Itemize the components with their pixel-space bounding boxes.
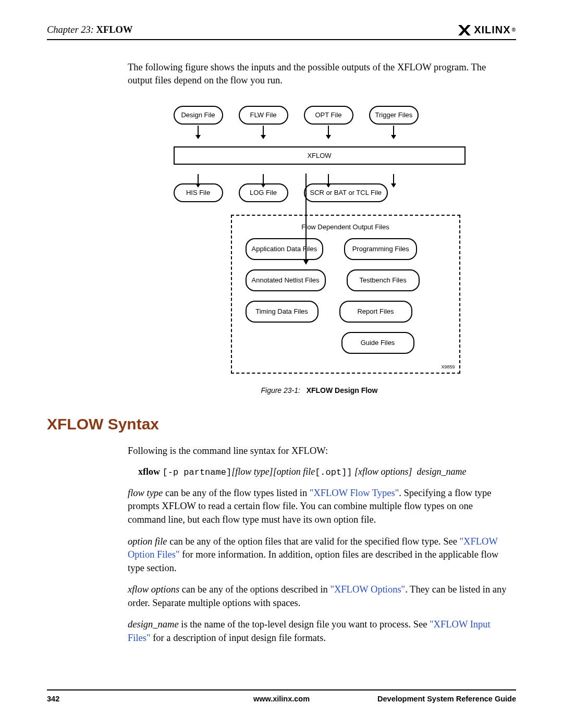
text: for more information. In addition, optio… xyxy=(128,549,498,573)
chapter-label: Chapter 23: XFLOW xyxy=(47,24,132,35)
chapter-prefix: Chapter 23: xyxy=(47,24,94,35)
syntax-line: xflow [-p partname][flow type][option fi… xyxy=(138,466,511,477)
term-xfoptions: xflow options xyxy=(128,584,179,595)
node-timing: Timing Data Files xyxy=(246,301,319,323)
figure-title: XFLOW Design Flow xyxy=(307,386,378,394)
node-testbench: Testbench Files xyxy=(347,269,420,291)
flow-dependent-group: Flow Dependent Output Files Application … xyxy=(231,215,460,374)
page-footer: 342 www.xilinx.com Development System Re… xyxy=(47,689,516,703)
figure-number: Figure 23-1: xyxy=(261,386,300,394)
arrow-down-icon xyxy=(239,126,288,139)
xilinx-logo: XILINX ® xyxy=(457,24,516,36)
svg-marker-3 xyxy=(261,135,266,139)
text: for a description of input design file f… xyxy=(151,633,326,643)
node-app-data: Application Data Files xyxy=(246,238,324,260)
node-guide: Guide Files xyxy=(341,332,414,354)
term-optfile: option file xyxy=(128,536,167,547)
syntax-optext: [.opt]] xyxy=(315,467,352,477)
link-xflow-options[interactable]: "XFLOW Options" xyxy=(330,584,405,595)
svg-marker-7 xyxy=(391,135,396,139)
svg-marker-15 xyxy=(391,183,396,188)
group-title: Flow Dependent Output Files xyxy=(241,223,450,231)
figure-id: X9859 xyxy=(441,364,455,369)
xilinx-x-icon xyxy=(457,24,472,36)
para-flowtype: flow type can be any of the flow types l… xyxy=(128,487,511,527)
node-log-file: LOG File xyxy=(239,183,288,202)
svg-marker-1 xyxy=(195,135,201,139)
syntax-designname: design_name xyxy=(417,466,467,477)
node-report: Report Files xyxy=(339,301,412,323)
intro-text: The following figure shows the inputs an… xyxy=(128,61,511,87)
xflow-diagram: Design File FLW File OPT File Trigger Fi… xyxy=(174,106,466,374)
para-optfile: option file can be any of the option fil… xyxy=(128,535,511,575)
syntax-flowtype: [flow type] xyxy=(231,466,273,477)
term-flowtype: flow type xyxy=(128,488,163,498)
para-designname: design_name is the name of the top-level… xyxy=(128,618,511,645)
section-heading: XFLOW Syntax xyxy=(47,415,511,433)
footer-guide: Development System Reference Guide xyxy=(377,695,516,703)
footer-url: www.xilinx.com xyxy=(253,695,310,703)
syntax-intro: Following is the command line syntax for… xyxy=(128,445,511,458)
syntax-xfopt: [xflow options] xyxy=(354,466,412,477)
node-trigger-files: Trigger Files xyxy=(369,106,419,125)
brand-text: XILINX xyxy=(474,24,510,36)
registered-icon: ® xyxy=(512,27,516,33)
text: can be any of the option files that are … xyxy=(167,536,460,547)
figure-caption: Figure 23-1: XFLOW Design Flow xyxy=(128,386,511,394)
term-designname: design_name xyxy=(128,619,179,630)
syntax-cmd: xflow xyxy=(138,466,160,477)
arrow-down-icon xyxy=(369,126,419,139)
syntax-optfile: [option file xyxy=(273,466,315,477)
text: is the name of the top-level design file… xyxy=(179,619,430,630)
page-header: Chapter 23: XFLOW XILINX ® xyxy=(47,24,516,40)
node-his-file: HIS File xyxy=(174,183,223,202)
node-xflow: XFLOW xyxy=(174,146,466,165)
node-design-file: Design File xyxy=(174,106,223,125)
arrow-down-icon xyxy=(304,126,353,139)
para-xfoptions: xflow options can be any of the options … xyxy=(128,583,511,610)
page-number: 342 xyxy=(47,695,59,703)
arrow-down-icon xyxy=(174,126,223,139)
node-flw-file: FLW File xyxy=(239,106,288,125)
text: can be any of the options described in xyxy=(179,584,330,595)
text: can be any of the flow types listed in xyxy=(163,488,310,498)
node-prog-files: Programming Files xyxy=(344,238,417,260)
syntax-partname: [-p partname] xyxy=(163,467,232,477)
node-netlist: Annotated Netlist Files xyxy=(246,269,326,291)
link-flow-types[interactable]: "XFLOW Flow Types" xyxy=(310,488,399,498)
node-scr-file: SCR or BAT or TCL File xyxy=(304,183,388,202)
svg-marker-5 xyxy=(326,135,331,139)
node-opt-file: OPT File xyxy=(304,106,353,125)
chapter-title: XFLOW xyxy=(96,24,133,35)
